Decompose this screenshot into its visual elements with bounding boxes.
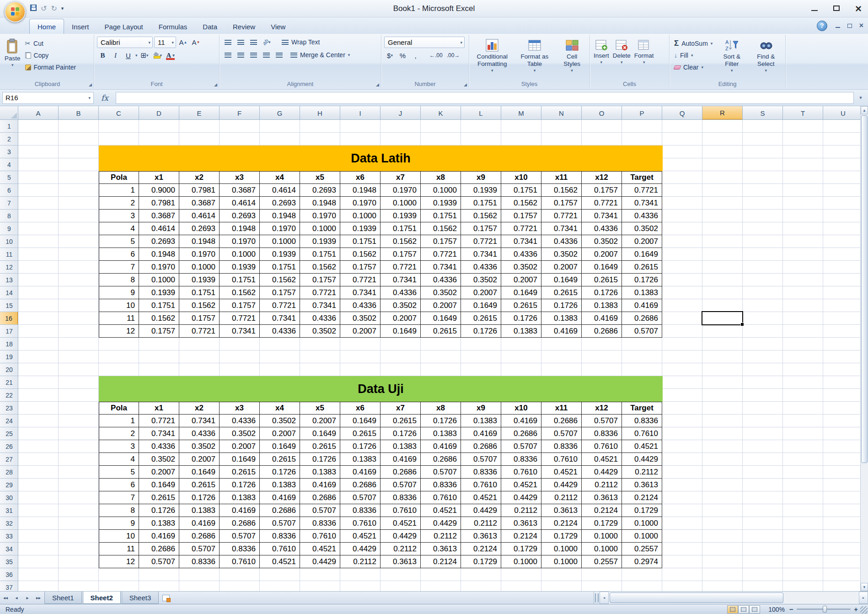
cell[interactable]: 7 xyxy=(99,491,139,504)
autosum-button[interactable]: ΣAutoSum▾ xyxy=(672,38,715,48)
cell[interactable]: 0.1726 xyxy=(260,466,300,479)
cell[interactable]: 0.8336 xyxy=(421,479,461,491)
name-box-dropdown-arrow[interactable]: ▾ xyxy=(88,96,91,100)
cell[interactable]: 0.1649 xyxy=(300,427,340,440)
cell[interactable]: 0.7721 xyxy=(300,286,340,299)
cell[interactable]: 0.3687 xyxy=(179,197,220,210)
cell[interactable]: 0.7341 xyxy=(260,312,300,325)
cell[interactable]: 3 xyxy=(99,210,139,222)
cell[interactable]: 0.2112 xyxy=(501,504,541,517)
scroll-right-arrow[interactable]: ▸ xyxy=(859,592,868,604)
cell[interactable]: 0.1751 xyxy=(461,197,501,210)
column-header-G[interactable]: G xyxy=(260,106,300,120)
cell[interactable]: 0.1751 xyxy=(501,184,541,197)
cell[interactable]: 0.1000 xyxy=(582,543,622,555)
cell[interactable]: 0.4169 xyxy=(541,325,582,338)
cell[interactable]: 0.7341 xyxy=(541,222,582,235)
cell[interactable]: 0.2693 xyxy=(300,184,340,197)
cell[interactable]: 0.1000 xyxy=(220,248,260,261)
fill-button[interactable]: ↓Fill▾ xyxy=(672,50,715,60)
cell[interactable]: 0.4521 xyxy=(340,530,380,543)
cell[interactable]: 0.5707 xyxy=(501,440,541,453)
cell[interactable]: 0.4521 xyxy=(622,440,662,453)
horizontal-scrollbar[interactable]: ◂ ▸ xyxy=(594,592,868,604)
insert-worksheet-button[interactable] xyxy=(159,592,173,604)
cell[interactable]: 0.4336 xyxy=(501,248,541,261)
cell[interactable]: 0.7610 xyxy=(541,453,582,466)
cell[interactable]: 0.2007 xyxy=(179,453,220,466)
cell[interactable]: 0.1562 xyxy=(461,210,501,222)
cell[interactable]: 0.1562 xyxy=(260,274,300,286)
cell[interactable]: 0.3502 xyxy=(260,415,300,427)
cell[interactable]: 0.1970 xyxy=(179,248,220,261)
cell[interactable]: 0.1383 xyxy=(179,504,220,517)
cell[interactable]: 0.5707 xyxy=(260,517,300,530)
row-header-29[interactable]: 29 xyxy=(0,479,18,491)
cell[interactable]: 0.1383 xyxy=(340,453,380,466)
cell[interactable]: 0.5707 xyxy=(340,491,380,504)
cell[interactable]: 0.4169 xyxy=(582,312,622,325)
ribbon-tab-data[interactable]: Data xyxy=(195,19,225,34)
cell[interactable]: 0.2615 xyxy=(179,479,220,491)
ribbon-tab-formulas[interactable]: Formulas xyxy=(151,19,195,34)
paste-button[interactable]: Paste ▾ xyxy=(4,37,21,80)
cell[interactable]: 0.7341 xyxy=(622,197,662,210)
wrap-text-button[interactable]: Wrap Text xyxy=(280,37,322,47)
cell[interactable]: 0.7610 xyxy=(582,440,622,453)
cell[interactable]: 10 xyxy=(99,530,139,543)
cell[interactable]: x10 xyxy=(501,402,541,415)
cell[interactable]: 0.4336 xyxy=(541,235,582,248)
cell[interactable]: 0.2007 xyxy=(582,248,622,261)
cell[interactable]: 0.4169 xyxy=(461,427,501,440)
cell[interactable]: 0.1726 xyxy=(220,479,260,491)
cell[interactable]: 0.4429 xyxy=(421,517,461,530)
font-dialog-launcher[interactable]: ◢ xyxy=(214,83,217,87)
cell[interactable]: 0.2112 xyxy=(461,517,501,530)
cell[interactable]: 0.1726 xyxy=(421,415,461,427)
cell[interactable]: x5 xyxy=(300,171,340,184)
cell[interactable]: 0.1562 xyxy=(300,261,340,274)
find-select-button[interactable]: Find & Select ▾ xyxy=(749,37,783,80)
zoom-track[interactable] xyxy=(797,609,851,610)
cell[interactable]: x3 xyxy=(220,171,260,184)
fill-color-button[interactable]: ▾ xyxy=(152,50,164,61)
cell[interactable]: 0.7721 xyxy=(220,312,260,325)
cell[interactable]: 0.3502 xyxy=(582,235,622,248)
cell[interactable]: 5 xyxy=(99,466,139,479)
row-header-19[interactable]: 19 xyxy=(0,350,18,363)
cell[interactable]: 0.1383 xyxy=(501,325,541,338)
cell[interactable]: 0.3502 xyxy=(300,325,340,338)
cell[interactable]: 0.2007 xyxy=(541,261,582,274)
row-header-31[interactable]: 31 xyxy=(0,504,18,517)
italic-button[interactable]: I xyxy=(110,50,121,61)
ribbon-tab-page-layout[interactable]: Page Layout xyxy=(97,19,151,34)
cell[interactable]: x3 xyxy=(220,402,260,415)
font-name-select[interactable]: Calibri▾ xyxy=(97,37,153,48)
cell[interactable]: 0.2615 xyxy=(541,286,582,299)
cell[interactable]: 0.1939 xyxy=(340,222,380,235)
cell[interactable]: 0.4169 xyxy=(179,517,220,530)
cell[interactable]: 4 xyxy=(99,453,139,466)
cell[interactable]: 11 xyxy=(99,312,139,325)
row-header-24[interactable]: 24 xyxy=(0,415,18,427)
previous-sheet-button[interactable]: ◂ xyxy=(11,592,22,604)
cell[interactable]: 6 xyxy=(99,479,139,491)
cell[interactable]: 0.1383 xyxy=(582,299,622,312)
row-header-6[interactable]: 6 xyxy=(0,184,18,197)
cell[interactable]: 0.3613 xyxy=(541,504,582,517)
alignment-dialog-launcher[interactable]: ◢ xyxy=(376,83,379,87)
cell[interactable]: 0.7341 xyxy=(139,427,179,440)
cell[interactable]: 10 xyxy=(99,299,139,312)
cell[interactable]: 0.2557 xyxy=(622,543,662,555)
cell[interactable]: 0.5707 xyxy=(421,466,461,479)
cell[interactable]: 0.1729 xyxy=(501,543,541,555)
row-header-30[interactable]: 30 xyxy=(0,491,18,504)
cell[interactable]: 0.2007 xyxy=(501,274,541,286)
cell[interactable]: 0.1751 xyxy=(220,274,260,286)
row-header-20[interactable]: 20 xyxy=(0,363,18,376)
row-header-7[interactable]: 7 xyxy=(0,197,18,210)
cell[interactable]: 0.3502 xyxy=(461,274,501,286)
cell[interactable]: 0.1383 xyxy=(139,517,179,530)
cell[interactable]: 0.4614 xyxy=(260,184,300,197)
column-header-L[interactable]: L xyxy=(461,106,501,120)
